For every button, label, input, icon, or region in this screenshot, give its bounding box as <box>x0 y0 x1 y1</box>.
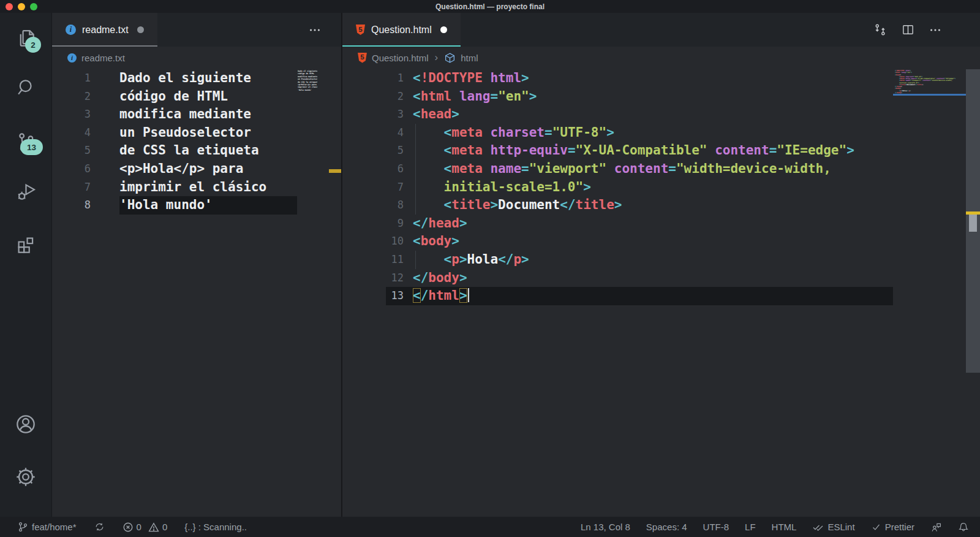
code-text[interactable]: <p>Hola</p> <box>413 251 529 269</box>
warning-icon <box>148 522 159 533</box>
minimap[interactable]: Dado el siguientecódigo de HTMLmodifica … <box>298 70 317 91</box>
code-line[interactable]: 3modifica mediante <box>52 105 341 124</box>
code-line[interactable]: 8'Hola mundo' <box>52 196 341 215</box>
indentation-status[interactable]: Spaces: 4 <box>646 522 687 532</box>
code-text[interactable]: modifica mediante <box>119 105 251 124</box>
source-control-badge: 13 <box>20 139 43 155</box>
code-line[interactable]: 2<html lang="en"> <box>342 88 980 106</box>
search-icon[interactable] <box>13 75 38 100</box>
prettier-status[interactable]: Prettier <box>871 522 914 532</box>
editor-group-left: i readme.txt i readme.txt 1Dado el sigui… <box>52 13 341 517</box>
line-number: 3 <box>52 105 91 124</box>
run-debug-icon[interactable] <box>13 180 38 204</box>
line-number: 8 <box>342 196 404 215</box>
code-line[interactable]: 9</head> <box>342 215 980 233</box>
breadcrumb-file[interactable]: readme.txt <box>81 53 125 63</box>
more-actions-icon[interactable] <box>929 23 942 37</box>
code-text[interactable]: </html> <box>413 287 469 305</box>
line-number: 7 <box>342 178 404 197</box>
code-text[interactable]: </body> <box>413 269 467 288</box>
code-line[interactable]: 7imprimir el clásico <box>52 178 341 197</box>
code-text[interactable]: initial-scale=1.0"> <box>413 178 591 197</box>
line-number: 13 <box>342 287 404 305</box>
text-editor-question-html[interactable]: 1<!DOCTYPE html>2<html lang="en">3<head>… <box>342 69 980 517</box>
minimize-window-button[interactable] <box>18 3 25 10</box>
cursor-position-status[interactable]: Ln 13, Col 8 <box>581 522 630 532</box>
modified-dot <box>137 26 144 33</box>
more-actions-icon[interactable] <box>308 23 322 37</box>
activity-bar: 2 13 <box>0 13 52 517</box>
status-bar: feat/home* 0 0 {..} : Scanning.. Ln 13, <box>0 517 980 537</box>
code-line[interactable]: 11 <p>Hola</p> <box>342 251 980 269</box>
git-branch-status[interactable]: feat/home* <box>17 521 77 533</box>
code-text[interactable]: <meta charset="UTF-8"> <box>413 124 614 142</box>
code-text[interactable]: <head> <box>413 105 459 124</box>
tab-readme-txt[interactable]: i readme.txt <box>52 13 157 47</box>
close-window-button[interactable] <box>6 3 13 10</box>
breadcrumb-symbol[interactable]: html <box>461 53 478 63</box>
minimap[interactable]: <!DOCTYPE html><html lang="en"><head> <m… <box>893 70 966 96</box>
breadcrumb-file[interactable]: Question.html <box>372 53 429 63</box>
code-text[interactable]: </head> <box>413 215 467 233</box>
symbol-cube-icon <box>444 52 456 64</box>
line-number: 3 <box>342 105 404 124</box>
line-number: 1 <box>52 69 91 88</box>
split-editor-icon[interactable] <box>901 23 915 37</box>
code-text[interactable]: <p>Hola</p> para <box>119 160 243 178</box>
intellisense-scanning-status[interactable]: {..} : Scanning.. <box>184 522 247 532</box>
code-line[interactable]: 10<body> <box>342 232 980 251</box>
text-editor-readme[interactable]: 1Dado el siguiente2código de HTML3modifi… <box>52 69 341 517</box>
tab-bar-right: 5 Question.html <box>342 13 980 47</box>
code-line[interactable]: 6<p>Hola</p> para <box>52 160 341 178</box>
code-text[interactable]: <meta name="viewport" content="width=dev… <box>413 160 831 178</box>
code-line[interactable]: 7 initial-scale=1.0"> <box>342 178 980 197</box>
feedback-icon[interactable] <box>930 522 942 533</box>
code-line[interactable]: 1<!DOCTYPE html> <box>342 69 980 88</box>
code-line[interactable]: 6 <meta name="viewport" content="width=d… <box>342 160 980 178</box>
code-text[interactable]: <html lang="en"> <box>413 88 537 106</box>
sync-changes-button[interactable] <box>94 521 105 533</box>
settings-gear-icon[interactable] <box>13 465 38 489</box>
code-line[interactable]: 5 <meta http-equiv="X-UA-Compatible" con… <box>342 142 980 160</box>
code-text[interactable]: de CSS la etiqueta <box>119 142 259 160</box>
code-line[interactable]: 5de CSS la etiqueta <box>52 142 341 160</box>
git-branch-icon <box>17 521 28 533</box>
minimap-current-line <box>893 94 966 96</box>
code-line[interactable]: 13</html> <box>342 287 980 305</box>
code-line[interactable]: 12</body> <box>342 269 980 288</box>
code-text[interactable]: <!DOCTYPE html> <box>413 69 529 88</box>
tab-question-html[interactable]: 5 Question.html <box>342 13 461 47</box>
line-number: 4 <box>52 124 91 142</box>
eslint-status[interactable]: ESLint <box>812 522 854 532</box>
scrollbar-thumb[interactable] <box>969 215 977 232</box>
line-number: 6 <box>342 160 404 178</box>
modified-dot <box>440 26 447 33</box>
code-text[interactable]: imprimir el clásico <box>119 178 266 197</box>
code-text[interactable]: 'Hola mundo' <box>119 196 213 215</box>
language-mode-status[interactable]: HTML <box>772 522 797 532</box>
maximize-window-button[interactable] <box>30 3 37 10</box>
code-line[interactable]: 4un Pseudoselector <box>52 124 341 142</box>
code-line[interactable]: 8 <title>Document</title> <box>342 196 980 215</box>
account-icon[interactable] <box>13 412 38 436</box>
encoding-status[interactable]: UTF-8 <box>703 522 729 532</box>
code-text[interactable]: <body> <box>413 232 459 251</box>
code-text[interactable]: código de HTML <box>119 88 228 106</box>
open-changes-icon[interactable] <box>873 23 888 37</box>
breadcrumb[interactable]: 5 Question.html › html <box>342 47 980 69</box>
chevron-right-icon: › <box>434 51 440 64</box>
code-line[interactable]: 4 <meta charset="UTF-8"> <box>342 124 980 142</box>
code-text[interactable]: <meta http-equiv="X-UA-Compatible" conte… <box>413 142 854 160</box>
code-line[interactable]: 3<head> <box>342 105 980 124</box>
notifications-bell-icon[interactable] <box>958 522 969 533</box>
problems-status[interactable]: 0 0 <box>123 522 168 533</box>
code-text[interactable]: un Pseudoselector <box>119 124 251 142</box>
window-title: Question.html — proyecto final <box>0 2 980 11</box>
eol-status[interactable]: LF <box>745 522 756 532</box>
scrollbar[interactable] <box>966 69 980 373</box>
extensions-icon[interactable] <box>13 232 38 257</box>
code-text[interactable]: Dado el siguiente <box>119 69 251 88</box>
line-number: 11 <box>342 251 404 269</box>
breadcrumb[interactable]: i readme.txt <box>52 47 341 69</box>
code-text[interactable]: <title>Document</title> <box>413 196 622 215</box>
